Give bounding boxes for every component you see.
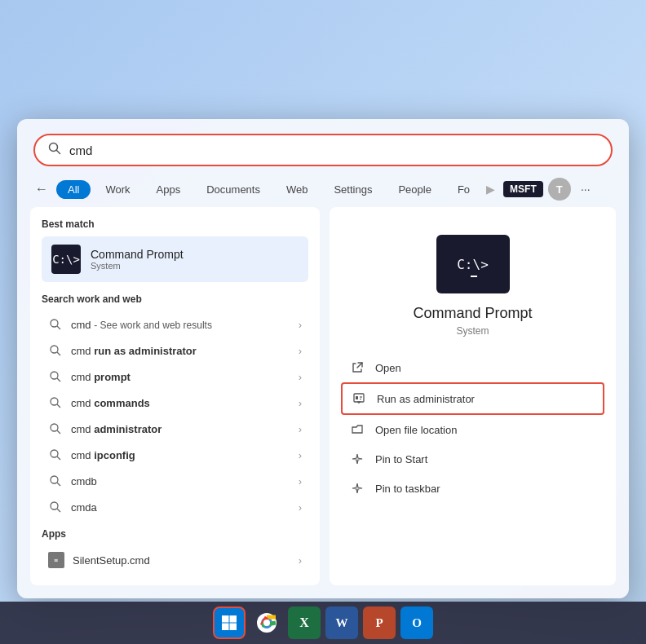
svg-point-6 [263, 620, 270, 626]
tab-fo[interactable]: Fo [446, 180, 481, 199]
tab-settings[interactable]: Settings [322, 180, 383, 199]
action-run-as-admin[interactable]: Run as administrator [341, 382, 604, 415]
best-match-item[interactable]: C:\> Command Prompt System [42, 236, 308, 282]
folder-icon [349, 421, 365, 438]
play-icon: ▶ [486, 183, 495, 196]
result-cmd-administrator[interactable]: cmd administrator › [42, 416, 308, 442]
result-text-cmd-web: cmd - See work and web results [71, 319, 212, 331]
filter-tabs: ← All Work Apps Documents Web Settings P… [17, 174, 629, 207]
result-text-cmda: cmda [71, 501, 97, 514]
svg-line-10 [57, 326, 60, 329]
svg-rect-2 [222, 624, 229, 631]
pin-to-taskbar-label: Pin to taskbar [375, 483, 440, 495]
search-content: Best match C:\> Command Prompt System Se… [17, 207, 629, 598]
action-pin-to-taskbar[interactable]: Pin to taskbar [341, 474, 604, 503]
svg-rect-27 [356, 396, 358, 399]
excel-icon[interactable]: X [288, 607, 321, 639]
result-cmd-admin[interactable]: cmd run as administrator › [42, 337, 308, 364]
search-icon [48, 142, 61, 158]
chevron-icon: › [299, 554, 302, 567]
search-input[interactable] [69, 143, 598, 157]
right-app-name: Command Prompt [413, 305, 532, 322]
action-pin-to-start[interactable]: Pin to Start [341, 444, 604, 474]
chevron-icon: › [299, 423, 302, 435]
tab-work[interactable]: Work [94, 180, 141, 199]
right-app-type: System [456, 325, 489, 337]
cmd-large-icon [436, 235, 510, 293]
svg-point-15 [51, 398, 58, 405]
chrome-icon[interactable] [250, 607, 283, 639]
result-cmda[interactable]: cmda › [42, 494, 308, 520]
tab-people[interactable]: People [387, 180, 442, 199]
search-result-icon [48, 369, 63, 384]
svg-line-16 [57, 404, 60, 408]
result-text-cmd-commands: cmd commands [71, 397, 150, 409]
svg-point-23 [51, 502, 58, 509]
open-icon [349, 359, 365, 376]
svg-line-18 [57, 430, 60, 434]
back-button[interactable]: ← [30, 178, 53, 201]
svg-point-9 [51, 320, 58, 327]
windows-start-button[interactable] [213, 607, 246, 639]
svg-point-21 [51, 476, 58, 483]
open-file-location-label: Open file location [375, 424, 457, 436]
result-cmd-prompt[interactable]: cmd prompt › [42, 364, 308, 390]
chevron-icon: › [299, 501, 302, 514]
tab-apps[interactable]: Apps [145, 180, 192, 199]
result-cmd-commands[interactable]: cmd commands › [42, 390, 308, 416]
result-cmdb[interactable]: cmdb › [42, 468, 308, 494]
result-cmd-ipconfig[interactable]: cmd ipconfig › [42, 442, 308, 468]
tab-web[interactable]: Web [275, 180, 320, 199]
start-menu: ← All Work Apps Documents Web Settings P… [17, 119, 629, 598]
best-match-type: System [91, 261, 184, 271]
silentsetup-icon: ≡ [48, 552, 64, 568]
tab-documents[interactable]: Documents [195, 180, 272, 199]
chevron-icon: › [299, 397, 302, 409]
t-avatar[interactable]: T [548, 178, 571, 201]
run-as-admin-icon [351, 390, 367, 407]
search-result-icon [48, 500, 63, 514]
best-match-name: Command Prompt [91, 248, 184, 261]
chevron-icon: › [299, 449, 302, 461]
open-label: Open [375, 362, 401, 374]
chevron-icon: › [299, 345, 302, 357]
silentsetup-label: SilentSetup.cmd [73, 554, 150, 567]
powerpoint-icon[interactable]: P [363, 607, 396, 639]
action-open-file-location[interactable]: Open file location [341, 415, 604, 444]
run-as-admin-label: Run as administrator [377, 393, 475, 405]
result-text-cmd-admin: cmd run as administrator [71, 345, 197, 357]
apps-title: Apps [42, 528, 308, 540]
svg-line-20 [57, 457, 60, 460]
search-bar [33, 134, 613, 166]
result-text-cmd-administrator: cmd administrator [71, 423, 162, 435]
svg-rect-26 [354, 394, 364, 402]
tab-all[interactable]: All [56, 180, 91, 199]
action-list: Open Run as administrator [341, 353, 604, 503]
silentsetup-item[interactable]: ≡ SilentSetup.cmd › [42, 546, 308, 574]
result-cmd-web[interactable]: cmd - See work and web results › [42, 311, 308, 337]
msft-badge[interactable]: MSFT [503, 181, 543, 197]
svg-line-22 [57, 483, 60, 486]
action-open[interactable]: Open [341, 353, 604, 382]
search-result-icon [48, 395, 63, 410]
chevron-icon: › [299, 475, 302, 487]
result-text-cmd-prompt: cmd prompt [71, 371, 131, 383]
svg-rect-1 [230, 615, 237, 623]
word-icon[interactable]: W [325, 607, 358, 639]
svg-rect-0 [222, 615, 229, 623]
svg-point-17 [51, 424, 58, 431]
best-match-text: Command Prompt System [91, 248, 184, 271]
chevron-icon: › [299, 319, 302, 331]
more-button[interactable]: ··· [574, 178, 597, 201]
search-result-icon [48, 317, 63, 332]
search-result-icon [48, 343, 63, 358]
result-text-cmd-ipconfig: cmd ipconfig [71, 449, 135, 461]
svg-line-14 [57, 378, 60, 382]
svg-line-24 [57, 509, 60, 512]
outlook-icon[interactable]: O [400, 607, 433, 639]
search-result-icon [48, 421, 63, 436]
pin-to-start-label: Pin to Start [375, 453, 427, 465]
chevron-icon: › [299, 371, 302, 383]
taskbar: X W P O [0, 602, 646, 644]
left-panel: Best match C:\> Command Prompt System Se… [30, 207, 320, 585]
